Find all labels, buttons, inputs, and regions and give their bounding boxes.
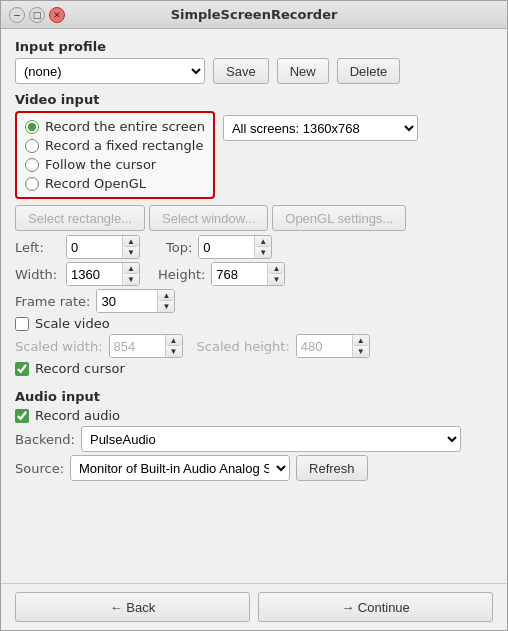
scaled-height-spin-up[interactable]: ▲	[353, 335, 369, 346]
radio-fixed-rect-label: Record a fixed rectangle	[45, 138, 203, 153]
delete-button[interactable]: Delete	[337, 58, 401, 84]
top-spinbox: ▲ ▼	[198, 235, 272, 259]
left-spin-up[interactable]: ▲	[123, 236, 139, 247]
video-input-options: Record the entire screen Record a fixed …	[15, 111, 215, 199]
width-spin-down[interactable]: ▼	[123, 274, 139, 285]
framerate-spin-down[interactable]: ▼	[158, 301, 174, 312]
new-button[interactable]: New	[277, 58, 329, 84]
title-bar-controls: − □ ✕	[9, 7, 65, 23]
height-spin-down[interactable]: ▼	[268, 274, 284, 285]
refresh-button[interactable]: Refresh	[296, 455, 368, 481]
source-label: Source:	[15, 461, 64, 476]
radio-opengl[interactable]	[25, 177, 39, 191]
audio-input-section: Audio input Record audio Backend: PulseA…	[15, 389, 493, 484]
radio-entire-screen[interactable]	[25, 120, 39, 134]
left-top-row: Left: ▲ ▼ Top: ▲ ▼	[15, 235, 493, 259]
radio-follow-cursor-label: Follow the cursor	[45, 157, 156, 172]
record-cursor-checkbox[interactable]	[15, 362, 29, 376]
radio-entire-screen-row: Record the entire screen	[25, 119, 205, 134]
scaled-dimensions-row: Scaled width: ▲ ▼ Scaled height: ▲ ▼	[15, 334, 493, 358]
width-spin-up[interactable]: ▲	[123, 263, 139, 274]
radio-opengl-label: Record OpenGL	[45, 176, 146, 191]
main-content: Input profile (none) Save New Delete Vid…	[1, 29, 507, 583]
video-buttons-row: Select rectangle... Select window... Ope…	[15, 205, 493, 231]
framerate-spinbox: ▲ ▼	[96, 289, 175, 313]
backend-select[interactable]: PulseAudio	[81, 426, 461, 452]
record-cursor-row: Record cursor	[15, 361, 493, 376]
framerate-spin-up[interactable]: ▲	[158, 290, 174, 301]
width-label: Width:	[15, 267, 60, 282]
scaled-height-spinbox: ▲ ▼	[296, 334, 370, 358]
source-select[interactable]: Monitor of Built-in Audio Analog Stereo	[70, 455, 290, 481]
left-spinbox: ▲ ▼	[66, 235, 140, 259]
record-audio-checkbox[interactable]	[15, 409, 29, 423]
radio-follow-cursor-row: Follow the cursor	[25, 157, 205, 172]
close-button[interactable]: ✕	[49, 7, 65, 23]
window-title: SimpleScreenRecorder	[171, 7, 338, 22]
record-audio-label: Record audio	[35, 408, 120, 423]
record-cursor-label: Record cursor	[35, 361, 125, 376]
source-row: Source: Monitor of Built-in Audio Analog…	[15, 455, 493, 481]
video-input-label: Video input	[15, 92, 493, 107]
input-profile-label: Input profile	[15, 39, 493, 54]
radio-opengl-row: Record OpenGL	[25, 176, 205, 191]
back-button[interactable]: ← Back	[15, 592, 250, 622]
scaled-width-label: Scaled width:	[15, 339, 103, 354]
radio-follow-cursor[interactable]	[25, 158, 39, 172]
radio-entire-screen-label: Record the entire screen	[45, 119, 205, 134]
scaled-width-spinbox: ▲ ▼	[109, 334, 183, 358]
maximize-button[interactable]: □	[29, 7, 45, 23]
height-value[interactable]	[212, 263, 267, 285]
title-bar: − □ ✕ SimpleScreenRecorder	[1, 1, 507, 29]
input-profile-row: (none) Save New Delete	[15, 58, 493, 84]
framerate-label: Frame rate:	[15, 294, 90, 309]
radio-fixed-rect-row: Record a fixed rectangle	[25, 138, 205, 153]
left-value[interactable]	[67, 236, 122, 258]
main-window: − □ ✕ SimpleScreenRecorder Input profile…	[0, 0, 508, 631]
save-button[interactable]: Save	[213, 58, 269, 84]
left-spin-down[interactable]: ▼	[123, 247, 139, 258]
width-spinbox: ▲ ▼	[66, 262, 140, 286]
screen-select[interactable]: All screens: 1360x768	[223, 115, 418, 141]
opengl-settings-button[interactable]: OpenGL settings...	[272, 205, 406, 231]
scale-video-row: Scale video	[15, 316, 493, 331]
framerate-value[interactable]	[97, 290, 157, 312]
profile-select[interactable]: (none)	[15, 58, 205, 84]
record-audio-row: Record audio	[15, 408, 493, 423]
select-window-button[interactable]: Select window...	[149, 205, 268, 231]
continue-button[interactable]: → Continue	[258, 592, 493, 622]
scale-video-label: Scale video	[35, 316, 110, 331]
scaled-width-spin-down[interactable]: ▼	[166, 346, 182, 357]
scaled-width-value[interactable]	[110, 335, 165, 357]
scaled-width-spin-up[interactable]: ▲	[166, 335, 182, 346]
height-spinbox: ▲ ▼	[211, 262, 285, 286]
scale-video-checkbox[interactable]	[15, 317, 29, 331]
footer-bar: ← Back → Continue	[1, 583, 507, 630]
backend-row: Backend: PulseAudio	[15, 426, 493, 452]
backend-label: Backend:	[15, 432, 75, 447]
top-label: Top:	[166, 240, 192, 255]
width-height-row: Width: ▲ ▼ Height: ▲ ▼	[15, 262, 493, 286]
minimize-button[interactable]: −	[9, 7, 25, 23]
framerate-row: Frame rate: ▲ ▼	[15, 289, 493, 313]
radio-fixed-rectangle[interactable]	[25, 139, 39, 153]
scaled-height-label: Scaled height:	[197, 339, 290, 354]
scaled-height-value[interactable]	[297, 335, 352, 357]
height-label: Height:	[158, 267, 205, 282]
scaled-height-spin-down[interactable]: ▼	[353, 346, 369, 357]
height-spin-up[interactable]: ▲	[268, 263, 284, 274]
audio-input-label: Audio input	[15, 389, 493, 404]
select-rectangle-button[interactable]: Select rectangle...	[15, 205, 145, 231]
width-value[interactable]	[67, 263, 122, 285]
video-input-section: Video input Record the entire screen Rec…	[15, 92, 493, 379]
top-spin-up[interactable]: ▲	[255, 236, 271, 247]
top-value[interactable]	[199, 236, 254, 258]
input-profile-section: Input profile (none) Save New Delete	[15, 39, 493, 84]
left-label: Left:	[15, 240, 60, 255]
top-spin-down[interactable]: ▼	[255, 247, 271, 258]
